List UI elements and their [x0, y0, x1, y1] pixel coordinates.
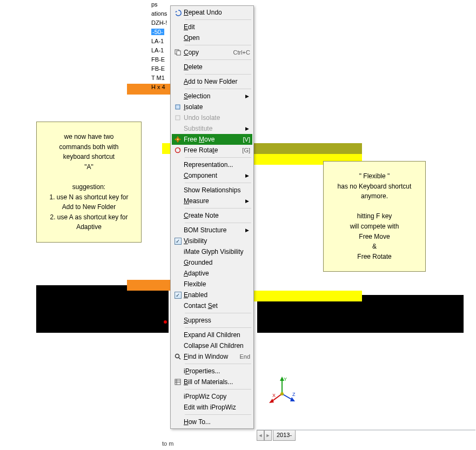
- menu-edit-with-ipropwiz[interactable]: Edit with iPropWiz: [172, 402, 252, 413]
- menu-component[interactable]: Component▶: [172, 170, 252, 181]
- menu-label: Create Note: [184, 212, 250, 219]
- menu-label: Contact Set: [184, 302, 250, 310]
- menu-collapse-all-children[interactable]: Collapse All Children: [172, 340, 252, 351]
- menu-how-to[interactable]: How To...: [172, 417, 252, 427]
- menu-label: Free Move: [184, 136, 240, 143]
- menu-selection[interactable]: Selection▶: [172, 91, 252, 102]
- submenu-arrow-icon: ▶: [245, 93, 250, 99]
- menu-delete[interactable]: Delete: [172, 62, 252, 72]
- tree-row[interactable]: ations: [151, 9, 173, 18]
- callout-line: has no Keyboard shortcut: [330, 182, 419, 192]
- menu-bill-of-materials[interactable]: Bill of Materials...: [172, 377, 252, 387]
- menu-adaptive[interactable]: Adaptive: [172, 268, 252, 279]
- find-icon: [172, 353, 184, 360]
- menu-label: Show Relationships: [184, 186, 250, 194]
- menu-show-relationships[interactable]: Show Relationships: [172, 185, 252, 196]
- tree-row[interactable]: H x 4: [151, 83, 173, 92]
- menu-label: Enabled: [184, 291, 250, 299]
- highlight-bar-freemove-right: [254, 143, 362, 154]
- axes-gizmo[interactable]: X Y Z: [267, 375, 297, 405]
- menu-expand-all-children[interactable]: Expand All Children: [172, 330, 252, 340]
- menu-enabled[interactable]: ✓Enabled: [172, 290, 252, 300]
- menu-visibility[interactable]: ✓Visibility: [172, 236, 252, 246]
- tree-row[interactable]: FB-E: [151, 64, 173, 73]
- callout-line: Free Rotate: [330, 252, 419, 262]
- menu-shortcut: Ctrl+C: [230, 49, 250, 56]
- svg-marker-15: [269, 399, 274, 403]
- blank-icon: ✓: [172, 238, 184, 245]
- menu-open[interactable]: Open: [172, 32, 252, 43]
- svg-line-7: [179, 358, 180, 359]
- menu-find-in-window[interactable]: Find in WindowEnd: [172, 351, 252, 362]
- callout-line: we now have two: [43, 132, 135, 142]
- menu-grounded[interactable]: Grounded: [172, 257, 252, 268]
- callout-line: Free Move: [330, 232, 419, 242]
- menu-contact-set[interactable]: Contact Set: [172, 300, 252, 311]
- tree-row[interactable]: T M1: [151, 73, 173, 83]
- menu-suppress[interactable]: Suppress: [172, 315, 252, 326]
- menu-shortcut: [V]: [240, 136, 250, 143]
- menu-label: Edit with iPropWiz: [184, 404, 250, 411]
- menu-imate-glyph-visibility[interactable]: iMate Glyph Visibility: [172, 246, 252, 257]
- tab-nav-next[interactable]: ►: [264, 430, 272, 441]
- tab-nav-arrows[interactable]: ◄ ►: [257, 430, 272, 441]
- menu-free-move[interactable]: Free Move[V]: [172, 134, 252, 145]
- submenu-arrow-icon: ▶: [245, 227, 250, 233]
- menu-isolate[interactable]: Isolate: [172, 102, 252, 112]
- status-fragment: to m: [162, 440, 173, 447]
- menu-label: Open: [184, 34, 250, 42]
- menu-create-note[interactable]: Create Note: [172, 210, 252, 221]
- bom-icon: [172, 378, 184, 386]
- tree-row-selected[interactable]: -50-: [151, 28, 173, 37]
- svg-rect-2: [176, 105, 180, 109]
- menu-label: Grounded: [184, 259, 250, 266]
- freemove-icon: [172, 136, 184, 143]
- callout-line: will compete with: [330, 221, 419, 232]
- menu-substitute: Substitute▶: [172, 123, 252, 134]
- menu-copy[interactable]: CopyCtrl+C: [172, 47, 252, 58]
- callout-line: commands both with: [43, 142, 135, 152]
- svg-text:Y: Y: [284, 377, 287, 382]
- menu-add-to-new-folder[interactable]: Add to New Folder: [172, 76, 252, 87]
- svg-rect-8: [175, 379, 180, 385]
- menu-ipropwiz-copy[interactable]: iPropWiz Copy: [172, 391, 252, 402]
- blank-icon: ✓: [172, 292, 184, 299]
- submenu-arrow-icon: ▶: [245, 173, 250, 178]
- tab-nav-prev[interactable]: ◄: [257, 430, 264, 441]
- menu-edit[interactable]: Edit: [172, 22, 252, 32]
- tree-row[interactable]: FB-E: [151, 55, 173, 64]
- menu-shortcut: [G]: [239, 147, 250, 153]
- callout-line: anymore.: [330, 191, 419, 202]
- svg-text:X: X: [272, 393, 276, 398]
- menu-iproperties[interactable]: iProperties...: [172, 366, 252, 377]
- menu-label: Edit: [184, 23, 250, 31]
- submenu-arrow-icon: ▶: [245, 198, 250, 204]
- sheet-tab[interactable]: 2013-: [273, 430, 296, 441]
- menu-label: Add to New Folder: [184, 78, 250, 85]
- context-menu: Repeat UndoEditOpenCopyCtrl+CDeleteAdd t…: [170, 5, 254, 429]
- callout-line: " Flexible ": [330, 171, 419, 182]
- callout-right: " Flexible "has no Keyboard shortcutanym…: [323, 161, 426, 272]
- svg-line-16: [282, 394, 292, 400]
- tree-row[interactable]: LA-1: [151, 37, 173, 46]
- menu-flexible[interactable]: Flexible: [172, 279, 252, 290]
- callout-line: Adaptive: [43, 222, 135, 232]
- tree-row[interactable]: LA-1: [151, 46, 173, 55]
- menu-free-rotate[interactable]: Free Rotate[G]: [172, 145, 252, 156]
- menu-bom-structure[interactable]: BOM Structure▶: [172, 225, 252, 236]
- menu-repeat-undo[interactable]: Repeat Undo: [172, 7, 252, 18]
- menu-label: Free Rotate: [184, 146, 239, 154]
- menu-label: iMate Glyph Visibility: [184, 248, 250, 256]
- menu-label: Suppress: [184, 317, 250, 324]
- menu-representation[interactable]: Representation...: [172, 159, 252, 170]
- svg-rect-1: [177, 51, 180, 55]
- svg-rect-3: [176, 116, 180, 120]
- callout-line: keyboard shortcut: [43, 152, 135, 162]
- svg-point-18: [280, 392, 284, 395]
- tree-row[interactable]: DZH-!: [151, 18, 173, 28]
- model-browser-fragment: ps ations DZH-! -50- LA-1 LA-1 FB-E FB-E…: [151, 0, 173, 92]
- menu-label: Expand All Children: [184, 331, 250, 339]
- menu-measure[interactable]: Measure▶: [172, 196, 252, 206]
- tree-row[interactable]: ps: [151, 0, 173, 9]
- menu-label: Adaptive: [184, 270, 250, 277]
